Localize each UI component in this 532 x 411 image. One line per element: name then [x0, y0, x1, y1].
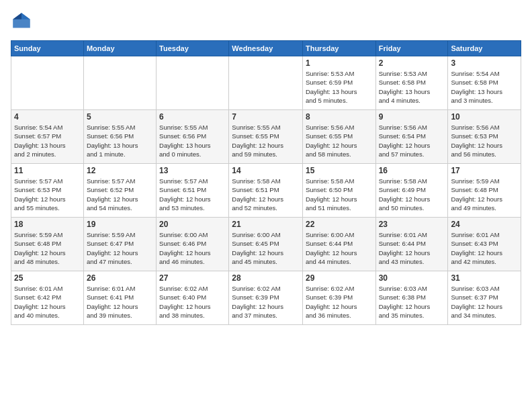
day-info: Sunrise: 6:01 AM Sunset: 6:43 PM Dayligh…: [451, 230, 518, 266]
day-number: 17: [451, 166, 518, 175]
day-info: Sunrise: 6:02 AM Sunset: 6:40 PM Dayligh…: [159, 284, 226, 320]
day-cell: [229, 56, 303, 110]
week-row-2: 4Sunrise: 5:54 AM Sunset: 6:57 PM Daylig…: [11, 110, 521, 164]
day-number: 21: [232, 220, 300, 229]
day-number: 4: [14, 112, 81, 122]
day-cell: 27Sunrise: 6:02 AM Sunset: 6:40 PM Dayli…: [157, 271, 229, 325]
day-number: 22: [306, 220, 373, 229]
day-cell: [11, 56, 84, 110]
day-cell: 14Sunrise: 5:58 AM Sunset: 6:51 PM Dayli…: [229, 164, 303, 218]
day-info: Sunrise: 5:58 AM Sunset: 6:50 PM Dayligh…: [306, 177, 373, 212]
day-cell: 9Sunrise: 5:56 AM Sunset: 6:54 PM Daylig…: [375, 110, 448, 164]
day-info: Sunrise: 5:53 AM Sunset: 6:58 PM Dayligh…: [379, 69, 445, 105]
day-number: 16: [379, 166, 445, 175]
day-info: Sunrise: 6:00 AM Sunset: 6:44 PM Dayligh…: [306, 230, 373, 266]
header-cell-sunday: Sunday: [11, 41, 84, 56]
day-info: Sunrise: 5:59 AM Sunset: 6:48 PM Dayligh…: [451, 177, 518, 212]
day-number: 5: [87, 112, 153, 122]
day-number: 12: [87, 166, 153, 175]
day-cell: 30Sunrise: 6:03 AM Sunset: 6:38 PM Dayli…: [375, 271, 448, 325]
day-info: Sunrise: 5:59 AM Sunset: 6:48 PM Dayligh…: [14, 230, 81, 266]
day-cell: 18Sunrise: 5:59 AM Sunset: 6:48 PM Dayli…: [11, 218, 84, 271]
day-info: Sunrise: 6:01 AM Sunset: 6:41 PM Dayligh…: [87, 284, 153, 320]
day-info: Sunrise: 5:57 AM Sunset: 6:51 PM Dayligh…: [159, 177, 226, 212]
day-number: 9: [379, 112, 445, 122]
day-cell: 3Sunrise: 5:54 AM Sunset: 6:58 PM Daylig…: [448, 56, 521, 110]
day-number: 2: [379, 58, 445, 68]
day-cell: 23Sunrise: 6:01 AM Sunset: 6:44 PM Dayli…: [375, 218, 448, 271]
week-row-5: 25Sunrise: 6:01 AM Sunset: 6:42 PM Dayli…: [11, 271, 521, 325]
day-number: 14: [232, 166, 300, 175]
day-cell: 7Sunrise: 5:55 AM Sunset: 6:55 PM Daylig…: [229, 110, 303, 164]
day-info: Sunrise: 6:03 AM Sunset: 6:38 PM Dayligh…: [379, 284, 445, 320]
day-cell: 16Sunrise: 5:58 AM Sunset: 6:49 PM Dayli…: [375, 164, 448, 218]
day-number: 13: [159, 166, 226, 175]
header-cell-tuesday: Tuesday: [157, 41, 229, 56]
day-info: Sunrise: 5:56 AM Sunset: 6:54 PM Dayligh…: [379, 123, 445, 158]
header-cell-thursday: Thursday: [302, 41, 375, 56]
header-cell-friday: Friday: [375, 41, 448, 56]
day-info: Sunrise: 5:57 AM Sunset: 6:52 PM Dayligh…: [87, 177, 153, 212]
logo: [11, 11, 35, 32]
day-cell: 12Sunrise: 5:57 AM Sunset: 6:52 PM Dayli…: [83, 164, 156, 218]
day-cell: 11Sunrise: 5:57 AM Sunset: 6:53 PM Dayli…: [11, 164, 84, 218]
day-cell: 25Sunrise: 6:01 AM Sunset: 6:42 PM Dayli…: [11, 271, 84, 325]
day-number: 24: [451, 220, 518, 229]
day-number: 31: [451, 273, 518, 283]
day-number: 25: [14, 273, 81, 283]
day-number: 18: [14, 220, 81, 229]
calendar-body: 1Sunrise: 5:53 AM Sunset: 6:59 PM Daylig…: [11, 56, 521, 325]
day-cell: 20Sunrise: 6:00 AM Sunset: 6:46 PM Dayli…: [157, 218, 229, 271]
day-cell: 1Sunrise: 5:53 AM Sunset: 6:59 PM Daylig…: [302, 56, 375, 110]
day-cell: 13Sunrise: 5:57 AM Sunset: 6:51 PM Dayli…: [157, 164, 229, 218]
day-info: Sunrise: 5:59 AM Sunset: 6:47 PM Dayligh…: [87, 230, 153, 266]
header-cell-wednesday: Wednesday: [229, 41, 303, 56]
day-info: Sunrise: 6:00 AM Sunset: 6:45 PM Dayligh…: [232, 230, 300, 266]
logo-icon: [11, 11, 32, 32]
day-cell: 19Sunrise: 5:59 AM Sunset: 6:47 PM Dayli…: [83, 218, 156, 271]
calendar-header: SundayMondayTuesdayWednesdayThursdayFrid…: [11, 41, 521, 56]
day-info: Sunrise: 6:03 AM Sunset: 6:37 PM Dayligh…: [451, 284, 518, 320]
day-number: 28: [232, 273, 300, 283]
day-info: Sunrise: 6:02 AM Sunset: 6:39 PM Dayligh…: [306, 284, 373, 320]
day-cell: 24Sunrise: 6:01 AM Sunset: 6:43 PM Dayli…: [448, 218, 521, 271]
day-info: Sunrise: 6:01 AM Sunset: 6:44 PM Dayligh…: [379, 230, 445, 266]
day-info: Sunrise: 5:57 AM Sunset: 6:53 PM Dayligh…: [14, 177, 81, 212]
day-number: 20: [159, 220, 226, 229]
day-info: Sunrise: 5:58 AM Sunset: 6:49 PM Dayligh…: [379, 177, 445, 212]
day-cell: 17Sunrise: 5:59 AM Sunset: 6:48 PM Dayli…: [448, 164, 521, 218]
header-cell-monday: Monday: [83, 41, 156, 56]
day-cell: 31Sunrise: 6:03 AM Sunset: 6:37 PM Dayli…: [448, 271, 521, 325]
day-number: 7: [232, 112, 300, 122]
day-number: 19: [87, 220, 153, 229]
week-row-4: 18Sunrise: 5:59 AM Sunset: 6:48 PM Dayli…: [11, 218, 521, 271]
header-cell-saturday: Saturday: [448, 41, 521, 56]
day-number: 29: [306, 273, 373, 283]
day-number: 27: [159, 273, 226, 283]
day-cell: 21Sunrise: 6:00 AM Sunset: 6:45 PM Dayli…: [229, 218, 303, 271]
day-info: Sunrise: 5:55 AM Sunset: 6:56 PM Dayligh…: [87, 123, 153, 158]
svg-marker-2: [13, 13, 21, 19]
day-number: 10: [451, 112, 518, 122]
day-number: 1: [306, 58, 373, 68]
day-info: Sunrise: 5:55 AM Sunset: 6:56 PM Dayligh…: [159, 123, 226, 158]
day-info: Sunrise: 5:56 AM Sunset: 6:53 PM Dayligh…: [451, 123, 518, 158]
day-number: 8: [306, 112, 373, 122]
day-info: Sunrise: 5:56 AM Sunset: 6:55 PM Dayligh…: [306, 123, 373, 158]
page-header: [11, 11, 521, 32]
day-cell: 4Sunrise: 5:54 AM Sunset: 6:57 PM Daylig…: [11, 110, 84, 164]
day-info: Sunrise: 5:54 AM Sunset: 6:57 PM Dayligh…: [14, 123, 81, 158]
day-info: Sunrise: 6:02 AM Sunset: 6:39 PM Dayligh…: [232, 284, 300, 320]
day-number: 6: [159, 112, 226, 122]
day-cell: 6Sunrise: 5:55 AM Sunset: 6:56 PM Daylig…: [157, 110, 229, 164]
day-cell: 2Sunrise: 5:53 AM Sunset: 6:58 PM Daylig…: [375, 56, 448, 110]
header-row: SundayMondayTuesdayWednesdayThursdayFrid…: [11, 41, 521, 56]
day-info: Sunrise: 6:01 AM Sunset: 6:42 PM Dayligh…: [14, 284, 81, 320]
day-info: Sunrise: 5:58 AM Sunset: 6:51 PM Dayligh…: [232, 177, 300, 212]
day-cell: 10Sunrise: 5:56 AM Sunset: 6:53 PM Dayli…: [448, 110, 521, 164]
day-cell: 15Sunrise: 5:58 AM Sunset: 6:50 PM Dayli…: [302, 164, 375, 218]
day-number: 3: [451, 58, 518, 68]
day-cell: 28Sunrise: 6:02 AM Sunset: 6:39 PM Dayli…: [229, 271, 303, 325]
day-number: 30: [379, 273, 445, 283]
calendar-table: SundayMondayTuesdayWednesdayThursdayFrid…: [11, 40, 521, 325]
